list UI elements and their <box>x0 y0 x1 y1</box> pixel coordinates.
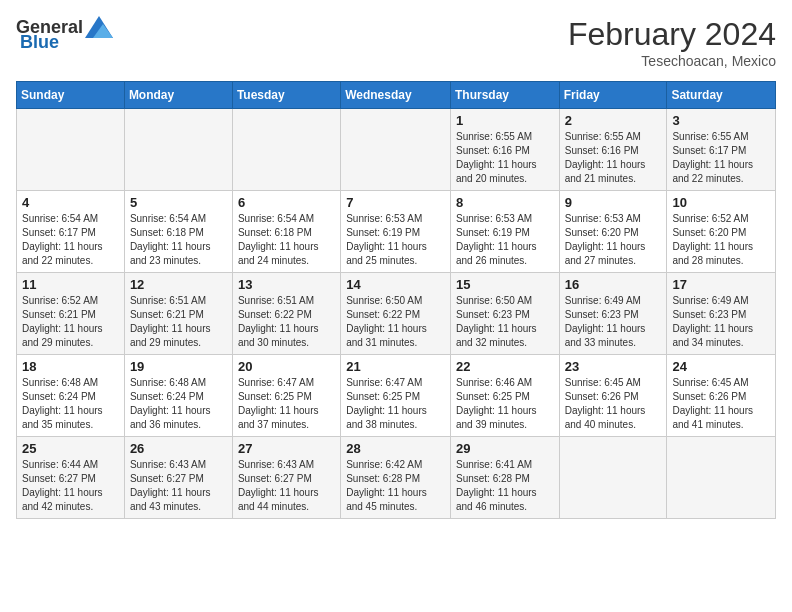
calendar-cell: 24Sunrise: 6:45 AMSunset: 6:26 PMDayligh… <box>667 355 776 437</box>
logo: General Blue <box>16 16 113 53</box>
day-info: Sunrise: 6:53 AMSunset: 6:20 PMDaylight:… <box>565 212 662 268</box>
column-header-wednesday: Wednesday <box>341 82 451 109</box>
calendar-cell <box>232 109 340 191</box>
day-number: 8 <box>456 195 554 210</box>
day-info: Sunrise: 6:54 AMSunset: 6:17 PMDaylight:… <box>22 212 119 268</box>
calendar-cell: 1Sunrise: 6:55 AMSunset: 6:16 PMDaylight… <box>450 109 559 191</box>
calendar-week-4: 18Sunrise: 6:48 AMSunset: 6:24 PMDayligh… <box>17 355 776 437</box>
day-info: Sunrise: 6:45 AMSunset: 6:26 PMDaylight:… <box>565 376 662 432</box>
day-number: 23 <box>565 359 662 374</box>
day-number: 3 <box>672 113 770 128</box>
month-year: February 2024 <box>568 16 776 53</box>
page-header: General Blue February 2024 Tesechoacan, … <box>16 16 776 69</box>
calendar-cell <box>17 109 125 191</box>
calendar-header-row: SundayMondayTuesdayWednesdayThursdayFrid… <box>17 82 776 109</box>
day-number: 10 <box>672 195 770 210</box>
calendar-week-3: 11Sunrise: 6:52 AMSunset: 6:21 PMDayligh… <box>17 273 776 355</box>
day-number: 25 <box>22 441 119 456</box>
day-number: 6 <box>238 195 335 210</box>
calendar-cell: 9Sunrise: 6:53 AMSunset: 6:20 PMDaylight… <box>559 191 667 273</box>
day-info: Sunrise: 6:53 AMSunset: 6:19 PMDaylight:… <box>346 212 445 268</box>
calendar-week-2: 4Sunrise: 6:54 AMSunset: 6:17 PMDaylight… <box>17 191 776 273</box>
calendar-cell <box>559 437 667 519</box>
day-info: Sunrise: 6:51 AMSunset: 6:21 PMDaylight:… <box>130 294 227 350</box>
logo-blue: Blue <box>20 32 59 53</box>
day-info: Sunrise: 6:47 AMSunset: 6:25 PMDaylight:… <box>238 376 335 432</box>
day-info: Sunrise: 6:44 AMSunset: 6:27 PMDaylight:… <box>22 458 119 514</box>
calendar-cell: 4Sunrise: 6:54 AMSunset: 6:17 PMDaylight… <box>17 191 125 273</box>
calendar-cell: 3Sunrise: 6:55 AMSunset: 6:17 PMDaylight… <box>667 109 776 191</box>
day-number: 5 <box>130 195 227 210</box>
calendar-cell: 15Sunrise: 6:50 AMSunset: 6:23 PMDayligh… <box>450 273 559 355</box>
calendar-cell <box>667 437 776 519</box>
calendar-cell: 22Sunrise: 6:46 AMSunset: 6:25 PMDayligh… <box>450 355 559 437</box>
day-number: 20 <box>238 359 335 374</box>
day-info: Sunrise: 6:52 AMSunset: 6:20 PMDaylight:… <box>672 212 770 268</box>
calendar-cell: 16Sunrise: 6:49 AMSunset: 6:23 PMDayligh… <box>559 273 667 355</box>
calendar-cell: 2Sunrise: 6:55 AMSunset: 6:16 PMDaylight… <box>559 109 667 191</box>
day-number: 1 <box>456 113 554 128</box>
day-info: Sunrise: 6:48 AMSunset: 6:24 PMDaylight:… <box>130 376 227 432</box>
day-info: Sunrise: 6:48 AMSunset: 6:24 PMDaylight:… <box>22 376 119 432</box>
day-info: Sunrise: 6:52 AMSunset: 6:21 PMDaylight:… <box>22 294 119 350</box>
day-info: Sunrise: 6:55 AMSunset: 6:17 PMDaylight:… <box>672 130 770 186</box>
day-number: 11 <box>22 277 119 292</box>
column-header-tuesday: Tuesday <box>232 82 340 109</box>
day-info: Sunrise: 6:50 AMSunset: 6:23 PMDaylight:… <box>456 294 554 350</box>
calendar-cell: 8Sunrise: 6:53 AMSunset: 6:19 PMDaylight… <box>450 191 559 273</box>
calendar-cell: 23Sunrise: 6:45 AMSunset: 6:26 PMDayligh… <box>559 355 667 437</box>
day-number: 13 <box>238 277 335 292</box>
calendar-cell: 5Sunrise: 6:54 AMSunset: 6:18 PMDaylight… <box>124 191 232 273</box>
day-number: 28 <box>346 441 445 456</box>
calendar-cell: 29Sunrise: 6:41 AMSunset: 6:28 PMDayligh… <box>450 437 559 519</box>
day-info: Sunrise: 6:41 AMSunset: 6:28 PMDaylight:… <box>456 458 554 514</box>
calendar-cell: 7Sunrise: 6:53 AMSunset: 6:19 PMDaylight… <box>341 191 451 273</box>
day-info: Sunrise: 6:49 AMSunset: 6:23 PMDaylight:… <box>672 294 770 350</box>
calendar-cell: 20Sunrise: 6:47 AMSunset: 6:25 PMDayligh… <box>232 355 340 437</box>
day-number: 26 <box>130 441 227 456</box>
day-info: Sunrise: 6:55 AMSunset: 6:16 PMDaylight:… <box>565 130 662 186</box>
day-number: 17 <box>672 277 770 292</box>
calendar-cell: 18Sunrise: 6:48 AMSunset: 6:24 PMDayligh… <box>17 355 125 437</box>
calendar-week-1: 1Sunrise: 6:55 AMSunset: 6:16 PMDaylight… <box>17 109 776 191</box>
day-number: 19 <box>130 359 227 374</box>
calendar-week-5: 25Sunrise: 6:44 AMSunset: 6:27 PMDayligh… <box>17 437 776 519</box>
calendar-cell: 10Sunrise: 6:52 AMSunset: 6:20 PMDayligh… <box>667 191 776 273</box>
day-info: Sunrise: 6:45 AMSunset: 6:26 PMDaylight:… <box>672 376 770 432</box>
day-info: Sunrise: 6:54 AMSunset: 6:18 PMDaylight:… <box>238 212 335 268</box>
day-number: 16 <box>565 277 662 292</box>
calendar-cell: 26Sunrise: 6:43 AMSunset: 6:27 PMDayligh… <box>124 437 232 519</box>
calendar-cell <box>341 109 451 191</box>
column-header-monday: Monday <box>124 82 232 109</box>
calendar-cell: 17Sunrise: 6:49 AMSunset: 6:23 PMDayligh… <box>667 273 776 355</box>
calendar-cell: 21Sunrise: 6:47 AMSunset: 6:25 PMDayligh… <box>341 355 451 437</box>
calendar-cell: 25Sunrise: 6:44 AMSunset: 6:27 PMDayligh… <box>17 437 125 519</box>
logo-icon <box>85 16 113 38</box>
calendar-cell: 28Sunrise: 6:42 AMSunset: 6:28 PMDayligh… <box>341 437 451 519</box>
day-info: Sunrise: 6:43 AMSunset: 6:27 PMDaylight:… <box>130 458 227 514</box>
day-info: Sunrise: 6:42 AMSunset: 6:28 PMDaylight:… <box>346 458 445 514</box>
calendar-cell: 11Sunrise: 6:52 AMSunset: 6:21 PMDayligh… <box>17 273 125 355</box>
day-number: 12 <box>130 277 227 292</box>
day-number: 2 <box>565 113 662 128</box>
day-info: Sunrise: 6:47 AMSunset: 6:25 PMDaylight:… <box>346 376 445 432</box>
day-number: 22 <box>456 359 554 374</box>
calendar-cell: 12Sunrise: 6:51 AMSunset: 6:21 PMDayligh… <box>124 273 232 355</box>
day-info: Sunrise: 6:54 AMSunset: 6:18 PMDaylight:… <box>130 212 227 268</box>
day-number: 15 <box>456 277 554 292</box>
day-info: Sunrise: 6:43 AMSunset: 6:27 PMDaylight:… <box>238 458 335 514</box>
day-number: 18 <box>22 359 119 374</box>
calendar-cell: 27Sunrise: 6:43 AMSunset: 6:27 PMDayligh… <box>232 437 340 519</box>
day-info: Sunrise: 6:46 AMSunset: 6:25 PMDaylight:… <box>456 376 554 432</box>
day-info: Sunrise: 6:51 AMSunset: 6:22 PMDaylight:… <box>238 294 335 350</box>
title-block: February 2024 Tesechoacan, Mexico <box>568 16 776 69</box>
calendar-cell: 19Sunrise: 6:48 AMSunset: 6:24 PMDayligh… <box>124 355 232 437</box>
day-number: 14 <box>346 277 445 292</box>
day-number: 21 <box>346 359 445 374</box>
day-info: Sunrise: 6:49 AMSunset: 6:23 PMDaylight:… <box>565 294 662 350</box>
day-info: Sunrise: 6:55 AMSunset: 6:16 PMDaylight:… <box>456 130 554 186</box>
calendar-cell: 14Sunrise: 6:50 AMSunset: 6:22 PMDayligh… <box>341 273 451 355</box>
day-info: Sunrise: 6:50 AMSunset: 6:22 PMDaylight:… <box>346 294 445 350</box>
day-number: 4 <box>22 195 119 210</box>
calendar-cell <box>124 109 232 191</box>
